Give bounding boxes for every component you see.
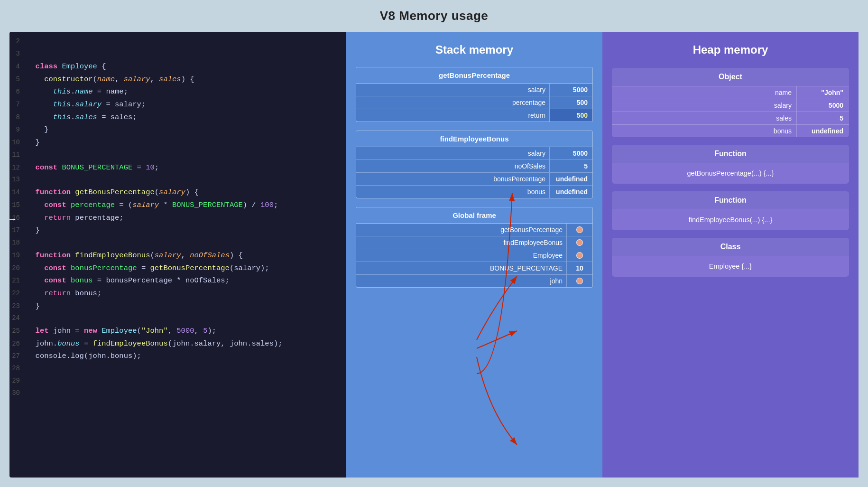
stack-row-bonus-find: bonus undefined — [356, 186, 592, 198]
global-row-john: john — [356, 275, 592, 287]
code-panel: 2 3 4 class Employee { 5 constructor(nam… — [9, 32, 346, 478]
code-line-14: 14 function getBonusPercentage(salary) { — [9, 186, 339, 199]
stack-frame-get-bonus-title: getBonusPercentage — [356, 67, 592, 84]
code-lines: 2 3 4 class Employee { 5 constructor(nam… — [9, 36, 346, 400]
heap-fn2-title: Function — [612, 191, 849, 209]
heap-fn2-content: findEmployeeBonus(...) {...} — [612, 209, 849, 230]
code-line-11: 11 — [9, 149, 339, 161]
stack-row-noofsales: noOfSales 5 — [356, 160, 592, 173]
code-line-24: 24 — [9, 312, 339, 325]
code-line-19: 19 function findEmployeeBonus(salary, no… — [9, 249, 339, 262]
heap-box-object: Object name "John" salary 5000 sales 5 b… — [612, 68, 849, 137]
code-line-5: 5 constructor(name, salary, sales) { — [9, 73, 339, 86]
code-line-21: 21 const bonus = bonusPercentage * noOfS… — [9, 274, 339, 287]
stack-frame-find-bonus-title: findEmployeeBonus — [356, 131, 592, 147]
reference-dot-3 — [576, 252, 583, 259]
heap-row-salary: salary 5000 — [612, 99, 849, 112]
code-line-27: 27 console.log(john.bonus); — [9, 350, 339, 363]
stack-frame-find-bonus: findEmployeeBonus salary 5000 noOfSales … — [356, 131, 593, 198]
code-line-16: → 16 return percentage; — [9, 212, 339, 225]
heap-class-title: Class — [612, 238, 849, 256]
code-line-2: 2 — [9, 36, 339, 48]
stack-row-salary-2: salary 5000 — [356, 147, 592, 160]
code-line-12: 12 const BONUS_PERCENTAGE = 10; — [9, 161, 339, 174]
code-line-8: 8 this.sales = sales; — [9, 111, 339, 124]
stack-title: Stack memory — [356, 43, 593, 56]
heap-row-sales: sales 5 — [612, 112, 849, 124]
global-row-bonus-pct: BONUS_PERCENTAGE 10 — [356, 262, 592, 275]
code-line-4: 4 class Employee { — [9, 60, 339, 73]
heap-box-class: Class Employee {...} — [612, 238, 849, 277]
stack-frame-global: Global frame getBonusPercentage findEmpl… — [356, 207, 593, 288]
global-row-getbonus: getBonusPercentage — [356, 224, 592, 236]
stack-frame-global-title: Global frame — [356, 207, 592, 224]
code-line-17: 17 } — [9, 224, 339, 237]
code-line-9: 9 } — [9, 123, 339, 136]
stack-row-return: return 500 — [356, 109, 592, 122]
code-line-3: 3 — [9, 48, 339, 60]
code-line-22: 22 return bonus; — [9, 287, 339, 300]
code-line-18: 18 — [9, 237, 339, 249]
code-line-10: 10 } — [9, 136, 339, 149]
code-line-20: 20 const bonusPercentage = getBonusPerce… — [9, 262, 339, 275]
stack-row-percentage: percentage 500 — [356, 96, 592, 109]
stack-panel: Stack memory getBonusPercentage salary 5… — [346, 32, 602, 478]
page-title: V8 Memory usage — [380, 9, 489, 23]
code-line-28: 28 — [9, 363, 339, 375]
code-line-26: 26 john.bonus = findEmployeeBonus(john.s… — [9, 337, 339, 350]
code-line-15: 15 const percentage = (salary * BONUS_PE… — [9, 199, 339, 212]
code-line-7: 7 this.salary = salary; — [9, 98, 339, 111]
reference-dot-1 — [576, 226, 583, 233]
reference-dot-4 — [576, 278, 583, 284]
heap-box-fn1: Function getBonusPercentage(...) {...} — [612, 145, 849, 184]
heap-row-name: name "John" — [612, 86, 849, 99]
code-line-6: 6 this.name = name; — [9, 85, 339, 98]
reference-dot-2 — [576, 239, 583, 246]
heap-title: Heap memory — [612, 43, 849, 56]
heap-fn1-title: Function — [612, 145, 849, 163]
global-row-employee: Employee — [356, 249, 592, 262]
code-line-29: 29 — [9, 375, 339, 387]
heap-fn1-content: getBonusPercentage(...) {...} — [612, 163, 849, 184]
stack-frame-get-bonus: getBonusPercentage salary 5000 percentag… — [356, 67, 593, 122]
code-line-25: 25 let john = new Employee("John", 5000,… — [9, 325, 339, 337]
heap-panel: Heap memory Object name "John" salary 50… — [602, 32, 859, 478]
heap-box-fn2: Function findEmployeeBonus(...) {...} — [612, 191, 849, 230]
main-panels: 2 3 4 class Employee { 5 constructor(nam… — [9, 32, 859, 478]
heap-row-bonus: bonus undefined — [612, 124, 849, 137]
heap-object-title: Object — [612, 68, 849, 86]
stack-row-bonuspct: bonusPercentage undefined — [356, 173, 592, 186]
code-line-30: 30 — [9, 387, 339, 400]
code-line-23: 23 } — [9, 300, 339, 313]
heap-class-content: Employee {...} — [612, 256, 849, 277]
global-row-findbonus: findEmployeeBonus — [356, 236, 592, 249]
code-line-13: 13 — [9, 174, 339, 186]
stack-row-salary-1: salary 5000 — [356, 84, 592, 96]
